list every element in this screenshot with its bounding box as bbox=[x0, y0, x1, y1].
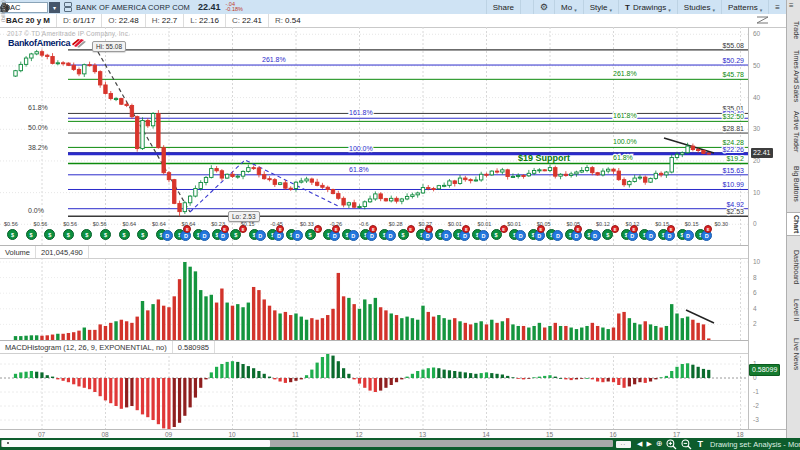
dividend-marker-icon[interactable]: $ bbox=[100, 229, 111, 240]
controls-grip[interactable]: ∙∙ bbox=[616, 441, 631, 448]
field-value: 22.7 bbox=[162, 16, 178, 25]
style-button[interactable]: Style ▾ bbox=[583, 0, 618, 14]
macd-axis-tick: -3 bbox=[753, 416, 759, 423]
distribution-marker-icon[interactable]: D bbox=[683, 230, 694, 241]
bank-of-america-logo: BankofAmerica bbox=[8, 38, 86, 48]
earnings-marker-icon[interactable]: E bbox=[574, 225, 582, 233]
pan-left-icon[interactable]: ◀ bbox=[637, 439, 642, 449]
price-axis-tick: 20 bbox=[753, 157, 760, 164]
boa-flag-icon bbox=[72, 38, 86, 48]
fib-price-tag: $15.63 bbox=[723, 167, 745, 174]
distribution-marker-icon[interactable]: D bbox=[441, 230, 452, 241]
chart-controls: ∙∙ ◀ ▶ ⊕ T Drawing set: Analysis - Mon..… bbox=[616, 438, 800, 450]
zigzag-icon[interactable] bbox=[756, 16, 770, 25]
symbol-dropdown-button[interactable]: ▾ bbox=[49, 2, 60, 13]
earnings-marker-icon[interactable]: E bbox=[537, 225, 545, 233]
volume-axis-tick: 8 bbox=[753, 274, 757, 281]
price-pane[interactable]: $55.08261.8%$50.29261.8%$45.7861.8%$35.0… bbox=[0, 27, 748, 245]
dividend-amount: $0.30 bbox=[714, 221, 728, 227]
year-tick: 16 bbox=[610, 431, 617, 438]
sidebar-tab-level-ii[interactable]: Level II bbox=[787, 297, 800, 324]
sidebar-menu-icon[interactable]: ≡ bbox=[789, 1, 794, 10]
volume-axis-unit: (billions) bbox=[0, 0, 6, 22]
distribution-marker-icon[interactable]: D bbox=[478, 230, 489, 241]
dividend-marker-icon[interactable]: $ bbox=[119, 229, 130, 240]
zoom-in-icon[interactable] bbox=[666, 439, 677, 450]
earnings-marker-icon[interactable]: E bbox=[314, 225, 322, 233]
sidebar-tab-live-news[interactable]: Live News bbox=[787, 336, 800, 372]
fib-price-tag: $28.81 bbox=[723, 125, 745, 132]
drawings-button[interactable]: T Drawings ▾ bbox=[618, 0, 677, 14]
fib-percent-label: 50.0% bbox=[28, 124, 48, 131]
macd-pane[interactable] bbox=[0, 352, 748, 430]
distribution-marker-icon[interactable]: D bbox=[199, 230, 210, 241]
volume-axis-tick: 4 bbox=[753, 305, 757, 312]
fib-price-tag: $50.29 bbox=[723, 57, 745, 64]
ohlc-field: H:22.7 bbox=[145, 14, 184, 27]
volume-pane[interactable] bbox=[0, 246, 748, 340]
macd-value: 0.580985 bbox=[173, 341, 215, 353]
last-price: 22.41 bbox=[198, 2, 221, 12]
pan-right-icon[interactable]: ▶ bbox=[646, 439, 651, 449]
dividend-amount: $0.01 bbox=[507, 221, 521, 227]
earnings-marker-icon[interactable]: E bbox=[667, 225, 675, 233]
dividend-amount: $0.64 bbox=[122, 221, 136, 227]
distribution-marker-icon[interactable]: D bbox=[162, 230, 173, 241]
year-tick: 08 bbox=[102, 431, 109, 438]
scrollbar-handle[interactable] bbox=[2, 440, 270, 447]
dividend-amount: -0.6 bbox=[359, 221, 368, 227]
high-tooltip: Hi: 55.08 bbox=[92, 41, 126, 52]
volume-label[interactable]: Volume bbox=[0, 246, 36, 258]
macd-label[interactable]: MACDHistogram (12, 26, 9, EXPONENTIAL, n… bbox=[0, 341, 173, 353]
distribution-marker-icon[interactable]: D bbox=[385, 230, 396, 241]
symbol-link-icon[interactable] bbox=[64, 2, 71, 12]
support-annotation[interactable]: $19 Support bbox=[518, 153, 570, 163]
price-axis-tick: 40 bbox=[753, 94, 760, 101]
aggregation-button[interactable]: Mo ▾ bbox=[554, 0, 583, 14]
sidebar-tab-times-and-sales[interactable]: Times And Sales bbox=[787, 48, 800, 104]
volume-header: Volume 201,045,490 bbox=[0, 245, 748, 259]
ohlc-field: L:22.16 bbox=[183, 14, 225, 27]
earnings-marker-icon[interactable]: E bbox=[407, 225, 415, 233]
sidebar-tab-dashboard[interactable]: Dashboard bbox=[787, 248, 800, 286]
drawing-set-status[interactable]: Drawing set: Analysis - Mon... bbox=[710, 440, 800, 449]
quick-study-button[interactable] bbox=[520, 0, 533, 14]
sidebar-tab-trade[interactable]: Trade bbox=[787, 19, 800, 41]
text-tool-icon: T bbox=[625, 3, 630, 12]
distribution-marker-icon[interactable]: D bbox=[255, 230, 266, 241]
dividend-marker-icon[interactable]: $ bbox=[63, 229, 74, 240]
reset-zoom-icon[interactable]: ⊕ bbox=[656, 439, 663, 449]
fib-price-tag: $45.78 bbox=[723, 71, 745, 78]
text-tool-button[interactable]: T bbox=[697, 439, 703, 449]
dividend-amount: $0.56 bbox=[34, 221, 48, 227]
field-value: 0.54 bbox=[285, 16, 301, 25]
sidebar-tab-chart[interactable]: Chart bbox=[787, 212, 800, 236]
zoom-out-icon[interactable] bbox=[681, 439, 692, 450]
dividend-marker-icon[interactable]: $ bbox=[7, 229, 18, 240]
fib-price-tag: $10.99 bbox=[723, 181, 745, 188]
fib-percent-label: 61.8% bbox=[349, 166, 369, 173]
earnings-marker-icon[interactable]: E bbox=[630, 225, 638, 233]
share-button[interactable]: Share bbox=[486, 0, 520, 14]
macd-axis-tick: -1 bbox=[753, 388, 759, 395]
studies-button[interactable]: Studies ▾ bbox=[677, 0, 721, 14]
earnings-marker-icon[interactable]: E bbox=[500, 225, 508, 233]
macd-axis-tick: -2 bbox=[753, 402, 759, 409]
toolbar-menu-button[interactable]: ≡ bbox=[768, 0, 786, 14]
distribution-marker-icon[interactable]: D bbox=[590, 230, 601, 241]
time-scrollbar[interactable] bbox=[1, 440, 613, 447]
sidebar-tab-big-buttons[interactable]: Big Buttons bbox=[787, 164, 800, 204]
settings-button[interactable]: ⚙ bbox=[533, 0, 554, 14]
dividend-marker-icon[interactable]: $ bbox=[26, 229, 37, 240]
distribution-marker-icon[interactable]: D bbox=[348, 230, 359, 241]
aggregation-label: Mo bbox=[561, 3, 572, 12]
fib-percent-label: 161.8% bbox=[613, 112, 637, 119]
year-tick: 14 bbox=[483, 431, 490, 438]
sidebar-tab-active-trader[interactable]: Active Trader bbox=[787, 109, 800, 154]
earnings-marker-icon[interactable]: E bbox=[221, 225, 229, 233]
field-key: R: bbox=[275, 16, 283, 25]
distribution-marker-icon[interactable]: D bbox=[292, 230, 303, 241]
volume-axis-tick: 6 bbox=[753, 289, 757, 296]
patterns-label: Patterns bbox=[728, 3, 758, 12]
patterns-button[interactable]: Patterns ▾ bbox=[721, 0, 768, 14]
